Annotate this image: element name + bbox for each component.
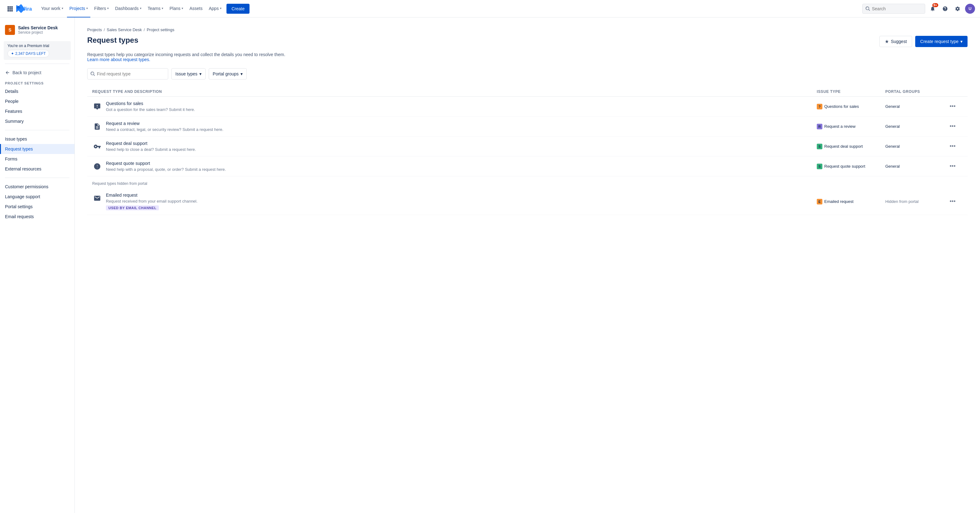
back-icon <box>5 70 10 75</box>
col-portal-groups: Portal groups <box>885 89 948 94</box>
request-desc: Need a contract, legal, or security revi… <box>106 127 223 132</box>
days-left-button[interactable]: ✦ 2,347 DAYS LEFT <box>8 50 49 57</box>
breadcrumb-project-settings[interactable]: Project settings <box>147 27 175 32</box>
more-options-button[interactable]: ••• <box>948 121 958 132</box>
request-title: Questions for sales <box>106 101 195 106</box>
sidebar: S Sales Service Desk Service project You… <box>0 18 75 513</box>
search-filter[interactable] <box>87 68 168 80</box>
request-title: Request deal support <box>106 141 196 146</box>
chevron-icon: ▾ <box>162 6 163 10</box>
sidebar-item-summary[interactable]: Summary <box>0 116 75 126</box>
help-icon <box>942 6 948 11</box>
project-type: Service project <box>18 30 58 35</box>
sidebar-item-email-requests[interactable]: Email requests <box>0 212 75 221</box>
help-button[interactable] <box>940 4 950 14</box>
request-title: Request quote support <box>106 161 226 166</box>
header-actions: Suggest Create request type ▾ <box>880 36 967 47</box>
avatar[interactable]: U <box>965 4 975 14</box>
request-icon: $ <box>92 161 102 171</box>
notifications-button[interactable]: 9+ <box>928 4 938 14</box>
issue-badge: R <box>817 124 822 129</box>
sidebar-item-customer-permissions[interactable]: Customer permissions <box>0 182 75 192</box>
request-name-col: Questions for sales Got a question for t… <box>92 101 817 112</box>
learn-more-link[interactable]: Learn more about request types. <box>87 57 150 62</box>
used-by-badge: USED BY EMAIL CHANNEL <box>106 206 159 210</box>
page-description: Request types help you categorize incomi… <box>87 52 967 62</box>
nav-right-section: 9+ U <box>862 4 975 14</box>
chevron-down-icon: ▾ <box>240 72 243 76</box>
issue-type-col: S Request deal support <box>817 144 885 149</box>
request-desc: Need help to close a deal? Submit a requ… <box>106 147 196 152</box>
nav-plans[interactable]: Plans ▾ <box>167 0 186 18</box>
request-icon <box>92 142 102 151</box>
request-name-col: $ Request quote support Need help with a… <box>92 161 817 172</box>
sidebar-item-external-resources[interactable]: External resources <box>0 164 75 174</box>
more-options-button[interactable]: ••• <box>948 102 958 112</box>
table-row: Request deal support Need help to close … <box>87 137 967 156</box>
search-box[interactable] <box>862 4 925 14</box>
breadcrumb-projects[interactable]: Projects <box>87 27 102 32</box>
issue-badge: S <box>817 144 822 149</box>
project-header: S Sales Service Desk Service project <box>0 22 75 39</box>
settings-button[interactable] <box>953 4 963 14</box>
nav-dashboards[interactable]: Dashboards ▾ <box>113 0 144 18</box>
portal-groups-filter[interactable]: Portal groups ▾ <box>209 68 247 80</box>
more-options-button[interactable]: ••• <box>948 161 958 171</box>
portal-col: General <box>885 164 948 169</box>
premium-banner: You're on a Premium trial ✦ 2,347 DAYS L… <box>4 41 71 60</box>
col-request-type: Request type and description <box>92 89 817 94</box>
main-content: Projects / Sales Service Desk / Project … <box>75 18 980 513</box>
breadcrumb: Projects / Sales Service Desk / Project … <box>87 27 967 32</box>
sidebar-item-details[interactable]: Details <box>0 86 75 96</box>
issue-badge: S <box>817 164 822 169</box>
request-icon <box>92 102 102 112</box>
jira-logo[interactable]: Jira <box>16 4 35 13</box>
chevron-icon: ▾ <box>220 6 221 10</box>
premium-text: You're on a Premium trial <box>8 44 67 48</box>
find-request-input[interactable] <box>97 72 165 76</box>
svg-rect-4 <box>10 8 11 10</box>
nav-projects[interactable]: Projects ▾ <box>67 0 91 18</box>
nav-filters[interactable]: Filters ▾ <box>92 0 111 18</box>
sidebar-item-portal-settings[interactable]: Portal settings <box>0 202 75 212</box>
back-to-project[interactable]: Back to project <box>0 68 75 78</box>
request-title: Request a review <box>106 121 223 126</box>
more-options-button[interactable]: ••• <box>948 197 958 207</box>
nav-apps[interactable]: Apps ▾ <box>206 0 224 18</box>
issue-badge: ? <box>817 104 822 109</box>
grid-icon[interactable] <box>5 4 15 14</box>
svg-rect-7 <box>10 10 11 11</box>
nav-your-work[interactable]: Your work ▾ <box>39 0 66 18</box>
sidebar-item-request-types[interactable]: Request types <box>0 144 75 154</box>
chevron-icon: ▾ <box>62 6 63 10</box>
nav-assets[interactable]: Assets <box>187 0 205 18</box>
sidebar-item-people[interactable]: People <box>0 96 75 106</box>
nav-teams[interactable]: Teams ▾ <box>145 0 166 18</box>
issue-type-col: ? Questions for sales <box>817 104 885 109</box>
chevron-icon: ▾ <box>86 6 88 10</box>
breadcrumb-service-desk[interactable]: Sales Service Desk <box>107 27 142 32</box>
create-button[interactable]: Create <box>226 4 250 14</box>
portal-col: Hidden from portal <box>885 199 948 204</box>
more-options-button[interactable]: ••• <box>948 142 958 151</box>
table-row: Questions for sales Got a question for t… <box>87 97 967 116</box>
request-name-col: Emailed request Request received from yo… <box>92 193 817 210</box>
sidebar-item-language-support[interactable]: Language support <box>0 192 75 202</box>
svg-rect-2 <box>11 6 13 8</box>
suggest-button[interactable]: Suggest <box>880 36 912 47</box>
sidebar-item-issue-types[interactable]: Issue types <box>0 134 75 144</box>
search-icon <box>865 6 870 11</box>
sidebar-item-features[interactable]: Features <box>0 106 75 116</box>
portal-col: General <box>885 144 948 149</box>
request-desc: Got a question for the sales team? Submi… <box>106 107 195 112</box>
issue-types-filter[interactable]: Issue types ▾ <box>171 68 205 80</box>
svg-rect-6 <box>8 10 9 11</box>
create-request-type-button[interactable]: Create request type ▾ <box>915 36 967 47</box>
chevron-icon: ▾ <box>107 6 109 10</box>
project-icon: S <box>5 25 15 35</box>
search-input[interactable] <box>872 6 922 11</box>
sidebar-item-forms[interactable]: Forms <box>0 154 75 164</box>
table-header: Request type and description Issue type … <box>87 87 967 97</box>
filter-row: Issue types ▾ Portal groups ▾ <box>87 68 967 80</box>
filter-search-icon <box>91 72 95 76</box>
